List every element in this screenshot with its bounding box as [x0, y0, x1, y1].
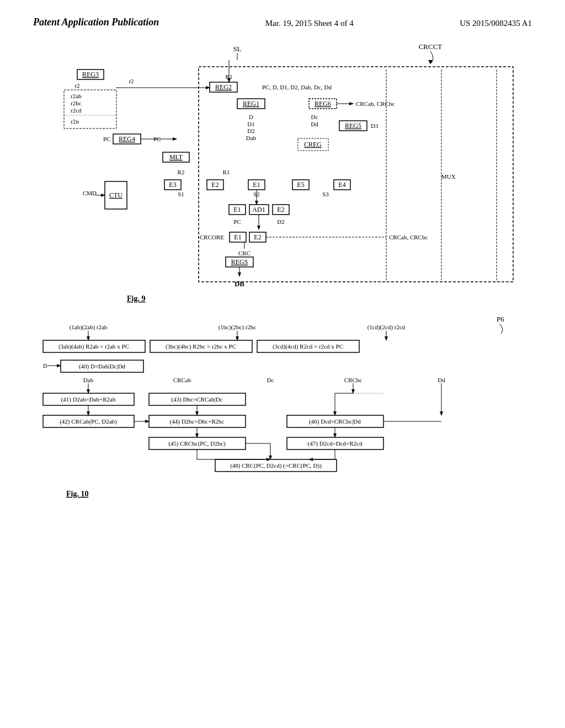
d1-label: D1	[247, 121, 254, 127]
reg3-text: REG3	[82, 71, 99, 78]
r2ab-text: r2ab	[71, 93, 82, 99]
text-44: (44) D2bc=Dbc+R2bc	[170, 418, 225, 425]
text-41: (41) D2ab=Dab+R2ab	[61, 396, 116, 403]
text-46: (46) Dcd=CRCbc|Dd	[309, 418, 361, 425]
e2-ad-text: E2	[277, 206, 284, 213]
dc-label: Dc	[311, 114, 318, 120]
reg5-text: REG5	[345, 122, 361, 130]
crcore-label: CRCORE	[200, 234, 224, 240]
d-arrow-label: D	[43, 362, 47, 369]
pc-reg4-label: PC	[103, 136, 110, 142]
dab-label: Dab	[246, 135, 257, 141]
d-label: D	[249, 114, 253, 120]
creg-text: CREG	[304, 141, 322, 148]
pc-ad-label: PC	[233, 218, 241, 225]
e3-text: E3	[169, 181, 176, 189]
diagram-area: SL CRCCT REG3 r2 r2ab r2bc r2cd r2n r2	[33, 39, 532, 551]
text-3bc4bc: (3bc)(4bc) R2bc = r2bc x PC	[166, 343, 236, 350]
text-42: (42) CRCab(PC, D2ab)	[60, 418, 117, 425]
text-43: (43) Dbc=CRCab|Dc	[171, 396, 222, 403]
dd-label: Dd	[311, 121, 318, 127]
mux-label: MUX	[441, 173, 456, 180]
sl-label: SL	[233, 45, 241, 53]
fig10-label: Fig. 10	[66, 490, 88, 498]
ctu-text: CTU	[109, 191, 122, 199]
s3-label: S3	[322, 191, 329, 197]
crcct-label: CRCCT	[419, 42, 443, 51]
fig9-label: Fig. 9	[127, 295, 145, 303]
main-content: SL CRCCT REG3 r2 r2ab r2bc r2cd r2n r2	[0, 34, 565, 562]
crcab-crcbc-bottom: CRCab, CRCbc	[389, 234, 428, 240]
text-47: (47) D2cd=Dcd+R2cd	[308, 440, 363, 447]
pc-d-labels: PC, D, D1, D2, Dab, Dc, Dd	[262, 84, 332, 90]
e4-text: E4	[338, 181, 345, 189]
text-3cd4cd: (3cd)(4cd) R2cd = r2cd x PC	[273, 343, 343, 350]
e5-text: E5	[297, 181, 304, 189]
text-40: (40) D=Dab|Dc|Dd	[79, 363, 126, 370]
1bc2bc-label: (1bc)(2bc) r2bc	[218, 324, 257, 331]
cmd-label: CMD	[83, 190, 97, 196]
d2-ad-label: D2	[277, 218, 284, 225]
mlt-text: MLT	[169, 153, 183, 161]
regs-text: REGS	[231, 258, 248, 266]
p6-label: P6	[497, 315, 504, 323]
1ab2ab-label: (1ab)(2ab) r2ab	[70, 324, 108, 331]
dd-col: Dd	[438, 377, 445, 383]
text-3ab4ab: (3ab)(4ab) R2ab = r2ab x PC	[58, 343, 129, 350]
reg1-text: REG1	[243, 100, 259, 108]
s1-label: S1	[178, 191, 184, 197]
1cd2cd-label: (1cd)(2cd) r2cd	[367, 324, 406, 331]
reg4-text: REG4	[119, 135, 135, 143]
reg2-text: REG2	[215, 83, 232, 91]
r2bc-text: r2bc	[71, 100, 82, 106]
crc-label: CRC	[238, 250, 250, 256]
r2-e3-label: R2	[178, 169, 185, 175]
dab-col: Dab	[83, 377, 94, 383]
r2-label-right: r2	[129, 78, 134, 84]
r2n-text: r2n	[71, 118, 79, 125]
e1-ad-text: E1	[233, 206, 241, 213]
r2-label1: r2	[74, 82, 79, 89]
crcbc-col: CRCbc	[344, 377, 363, 383]
r2cd-text: r2cd	[71, 107, 82, 114]
fig10-diagram: P6 (1ab)(2ab) r2ab (1bc)(2bc) r2bc (1cd)…	[33, 312, 530, 549]
r1-e2-label: R1	[223, 169, 230, 175]
e2-crc-text: E2	[254, 233, 261, 241]
header-patent: US 2015/0082435 A1	[460, 19, 532, 28]
header-title: Patent Application Publication	[33, 17, 159, 28]
crcab-col: CRCab	[173, 377, 191, 383]
e1-text: E1	[253, 181, 260, 189]
crcab-crcbc-label: CRCab, CRCbc	[356, 100, 395, 107]
dc-col: Dc	[267, 377, 274, 383]
header-date-sheet: Mar. 19, 2015 Sheet 4 of 4	[265, 19, 354, 28]
text-45: (45) CRCbc(PC, D2bc)	[168, 440, 226, 447]
db-label: DB	[234, 280, 244, 288]
e2-text: E2	[211, 181, 218, 189]
fig9-diagram: SL CRCCT REG3 r2 r2ab r2bc r2cd r2n r2	[33, 39, 530, 326]
page-header: Patent Application Publication Mar. 19, …	[0, 0, 565, 34]
reg6-text: REG6	[315, 100, 331, 108]
d3-label: D3	[371, 122, 379, 129]
ad1-text: AD1	[252, 206, 265, 213]
text-48: (48) CRC(PC, D2cd) (=CRC(PC, D))	[230, 462, 322, 469]
e1-crc-text: E1	[234, 233, 241, 241]
d2-label: D2	[247, 127, 254, 134]
